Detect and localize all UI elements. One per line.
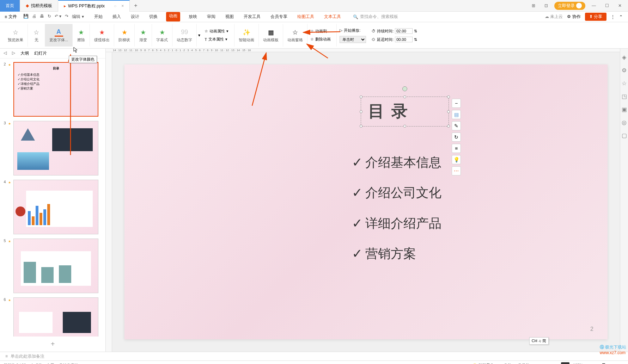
thumbnail-5[interactable]: [13, 239, 98, 293]
collab-button[interactable]: ⚙ 协作: [567, 14, 580, 20]
duration-spinner[interactable]: ⇅: [414, 29, 417, 33]
minimize-button[interactable]: —: [589, 3, 599, 8]
ribbon-anim-pane[interactable]: ☆ 动画窗格: [283, 24, 307, 47]
ribbon-smart-anim[interactable]: ✨ 智能动画: [234, 24, 259, 47]
menu-animation[interactable]: 动画: [166, 12, 180, 21]
view-reading-icon[interactable]: ▭: [547, 363, 550, 364]
nav-left-icon[interactable]: ◁: [4, 50, 7, 56]
tab-document[interactable]: ▸ WPS PPT教程.pptx ○ ×: [58, 0, 130, 12]
more-icon[interactable]: ⋮: [611, 14, 615, 19]
slide-canvas[interactable]: 目录 − ▤ ✎ ↻ ≡ 💡 ⋯ ✓介绍基本信息: [124, 64, 608, 339]
chevron-up-icon[interactable]: ⌃: [619, 14, 623, 19]
print-icon[interactable]: 🖨: [32, 14, 36, 20]
sidebar-star-icon[interactable]: ☆: [622, 80, 627, 87]
smart-beautify-button[interactable]: ✨ 智能美化 ▾: [472, 363, 497, 364]
duration-input[interactable]: [395, 28, 413, 34]
layout-icon[interactable]: ⊞: [529, 3, 538, 8]
ribbon-dynamic-num[interactable]: 99 动态数字: [172, 24, 197, 47]
ribbon-step[interactable]: ★ 阶梯状: [114, 24, 135, 47]
missing-font-button[interactable]: T 缺失字体: [60, 363, 79, 364]
redo-icon[interactable]: ↷: [65, 14, 68, 20]
menu-start[interactable]: 开始: [93, 12, 104, 21]
more-float-button[interactable]: ⋯: [452, 166, 461, 175]
tab-template[interactable]: ◆ 找稻壳模板: [20, 0, 58, 12]
handle-sw[interactable]: [360, 125, 362, 128]
sidebar-image-icon[interactable]: ▣: [622, 106, 627, 113]
nav-right-icon[interactable]: ▷: [12, 50, 15, 56]
menu-devtools[interactable]: 开发工具: [242, 12, 262, 21]
menu-drawtools[interactable]: 绘图工具: [296, 12, 316, 21]
menu-insert[interactable]: 插入: [111, 12, 122, 21]
list-float-button[interactable]: ≡: [452, 144, 461, 153]
maximize-button[interactable]: ☐: [602, 3, 612, 8]
handle-ne[interactable]: [447, 95, 450, 98]
handle-se[interactable]: [447, 125, 450, 128]
print-preview-icon[interactable]: 🖶: [40, 14, 44, 20]
anim-property-dropdown[interactable]: ☆动画属性 ▾: [202, 28, 231, 35]
title-textbox[interactable]: 目录 − ▤ ✎ ↻ ≡ 💡 ⋯: [361, 97, 449, 127]
menu-review[interactable]: 审阅: [206, 12, 217, 21]
sidebar-chat-icon[interactable]: ◳: [622, 93, 627, 100]
search-box[interactable]: 🔍 查找命令、搜索模板: [353, 14, 398, 20]
ribbon-slowmove[interactable]: ★ 缓慢移出: [90, 24, 114, 47]
edit-dropdown[interactable]: 编辑 ▾: [72, 14, 84, 20]
view-sorter-icon[interactable]: ⊞: [540, 363, 543, 364]
undo-icon[interactable]: ↶ ▾: [55, 14, 61, 20]
view-grid-icon[interactable]: ▤: [554, 363, 557, 364]
gallery-expand[interactable]: ▾: [197, 24, 202, 47]
add-tab-button[interactable]: +: [130, 2, 141, 9]
ribbon-erase[interactable]: ★ 擦除: [73, 24, 90, 47]
handle-e[interactable]: [447, 110, 450, 113]
rotate-handle[interactable]: [402, 86, 407, 91]
ribbon-fade[interactable]: ★ 渐变: [135, 24, 152, 47]
view-normal-icon[interactable]: ▦: [533, 363, 537, 364]
ribbon-none[interactable]: ☆ 无: [28, 24, 45, 47]
grid-icon[interactable]: ⊡: [542, 3, 551, 8]
delay-spinner[interactable]: ⇅: [414, 37, 417, 42]
start-play-select[interactable]: 单击时: [340, 36, 366, 43]
sidebar-location-icon[interactable]: ◎: [622, 119, 627, 126]
ribbon-change-font[interactable]: A 更改字体...: [45, 24, 73, 47]
file-menu[interactable]: ≡ 文件: [2, 14, 20, 20]
sidebar-template-icon[interactable]: ▢: [622, 132, 627, 139]
close-window-button[interactable]: ✕: [615, 3, 624, 8]
thumbnail-4[interactable]: [13, 180, 98, 234]
view-slideshow-icon[interactable]: ▷: [561, 362, 569, 364]
zoom-fit-button[interactable]: ⊡: [621, 363, 624, 364]
ribbon-anim-template[interactable]: ▦ 动画模板: [259, 24, 283, 47]
minus-float-button[interactable]: −: [452, 99, 461, 108]
menu-transition[interactable]: 切换: [148, 12, 159, 21]
menu-view[interactable]: 视图: [224, 12, 235, 21]
anim-brush-button[interactable]: ☆动画刷: [307, 28, 334, 35]
add-slide-button[interactable]: +: [0, 337, 105, 352]
menu-vip[interactable]: 会员专享: [269, 12, 289, 21]
cloud-status[interactable]: ☁ 未上云: [545, 14, 563, 20]
ribbon-preview[interactable]: ☆ 预览效果: [4, 24, 28, 47]
delete-anim-button[interactable]: ☆删除动画: [307, 36, 334, 43]
thumbnail-2[interactable]: 目录 ✓介绍基本信息✓介绍公司文化✓详细介绍产品✓营销方案: [13, 62, 98, 117]
pen-float-button[interactable]: ✎: [452, 121, 461, 130]
side-tab-slides[interactable]: 幻灯片: [34, 50, 47, 56]
notes-toggle[interactable]: ≡ 备注 ▾: [501, 363, 515, 364]
refresh-float-button[interactable]: ↻: [452, 132, 461, 142]
side-tab-outline[interactable]: 大纲: [20, 50, 29, 56]
sidebar-object-icon[interactable]: ◈: [622, 54, 626, 61]
close-tab-icon[interactable]: ×: [121, 4, 124, 8]
thumbnail-6[interactable]: [13, 297, 98, 337]
menu-texttools[interactable]: 文本工具: [323, 12, 342, 21]
handle-n[interactable]: [403, 95, 406, 98]
handle-s[interactable]: [403, 125, 406, 128]
share-button[interactable]: ⬆ 分享: [585, 13, 606, 21]
sidebar-settings-icon[interactable]: ⚙: [622, 67, 627, 74]
thumbnail-3[interactable]: [13, 121, 98, 175]
comments-toggle[interactable]: T 批注: [518, 363, 530, 364]
text-property-dropdown[interactable]: T文本属性 ▾: [202, 36, 231, 43]
bulb-float-button[interactable]: 💡: [452, 155, 461, 164]
layers-float-button[interactable]: ▤: [452, 110, 461, 119]
notes-placeholder[interactable]: 单击此处添加备注: [11, 353, 44, 359]
ribbon-subtitle[interactable]: ★ 字幕式: [152, 24, 172, 47]
login-button[interactable]: 立即登录: [554, 2, 585, 10]
refresh-icon[interactable]: ↻: [48, 14, 51, 20]
tab-home[interactable]: 首页: [0, 0, 20, 12]
content-textbox[interactable]: ✓介绍基本信息 ✓介绍公司文化 ✓详细介绍产品 ✓营销方案: [352, 147, 441, 269]
